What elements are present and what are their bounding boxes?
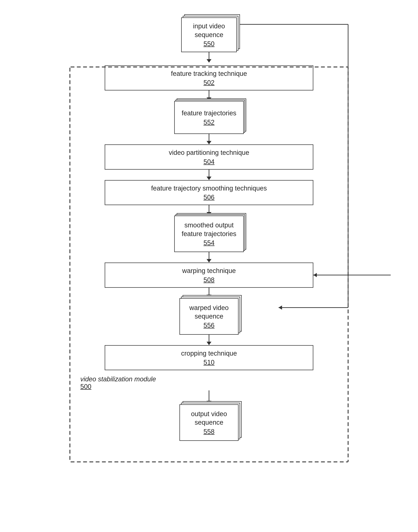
feature-smoothing-label: feature trajectory smoothing techniques [151,184,267,193]
warping-wrapper: warping technique 508 [105,262,313,288]
input-video-box: input video sequence 550 [181,17,237,52]
smoothed-output-box: smoothed output feature trajectories 554 [174,215,244,252]
warping-number: 508 [203,276,214,284]
module-number: 500 [80,383,156,390]
output-video-number: 558 [203,428,214,436]
right-arrow-svg [312,270,392,280]
page: input video sequence 550 feature trackin… [0,0,418,532]
arrow-4 [209,170,209,180]
arrow-6 [209,252,209,262]
warped-video-box: warped video sequence 556 [179,298,239,335]
warping-label: warping technique [182,267,236,275]
smoothed-output-number: 554 [203,239,214,247]
arrow-8 [209,335,209,345]
feature-smoothing-box: feature trajectory smoothing techniques … [105,180,313,205]
input-video-label: input video sequence [193,22,225,39]
video-partitioning-number: 504 [203,158,214,166]
warped-video-number: 556 [203,322,214,329]
video-partitioning-box: video partitioning technique 504 [105,144,313,169]
smoothed-output-wrapper: smoothed output feature trajectories 554 [174,215,244,252]
feature-trajectories-wrapper: feature trajectories 552 [174,101,244,134]
cropping-number: 510 [203,359,214,366]
cropping-box: cropping technique 510 [105,345,313,370]
warped-video-label: warped video sequence [189,304,229,321]
cropping-label: cropping technique [181,349,237,358]
feature-trajectories-box: feature trajectories 552 [174,101,244,134]
smoothed-output-label: smoothed output feature trajectories [182,221,236,238]
feature-trajectories-number: 552 [203,119,214,126]
feature-smoothing-number: 506 [203,194,214,201]
diagram-container: input video sequence 550 feature trackin… [70,11,348,521]
feature-tracking-box: feature tracking technique 502 [105,65,313,91]
feature-trajectories-label: feature trajectories [182,109,236,118]
input-video-wrapper: input video sequence 550 [181,17,237,52]
warping-box: warping technique 508 [105,262,313,288]
output-video-box: output video sequence 558 [179,404,239,441]
feature-tracking-label: feature tracking technique [171,70,247,78]
arrow-3 [209,134,209,144]
warped-video-wrapper: warped video sequence 556 [179,298,239,335]
module-label-wrapper: video stabilization module 500 [80,375,156,390]
output-video-wrapper: output video sequence 558 [179,404,239,441]
arrow-1 [209,52,209,63]
svg-marker-1 [313,273,317,277]
output-video-label: output video sequence [191,410,227,427]
input-video-number: 550 [203,40,214,48]
video-partitioning-label: video partitioning technique [169,148,249,157]
feature-tracking-number: 502 [203,79,214,86]
module-label: video stabilization module [80,375,156,383]
